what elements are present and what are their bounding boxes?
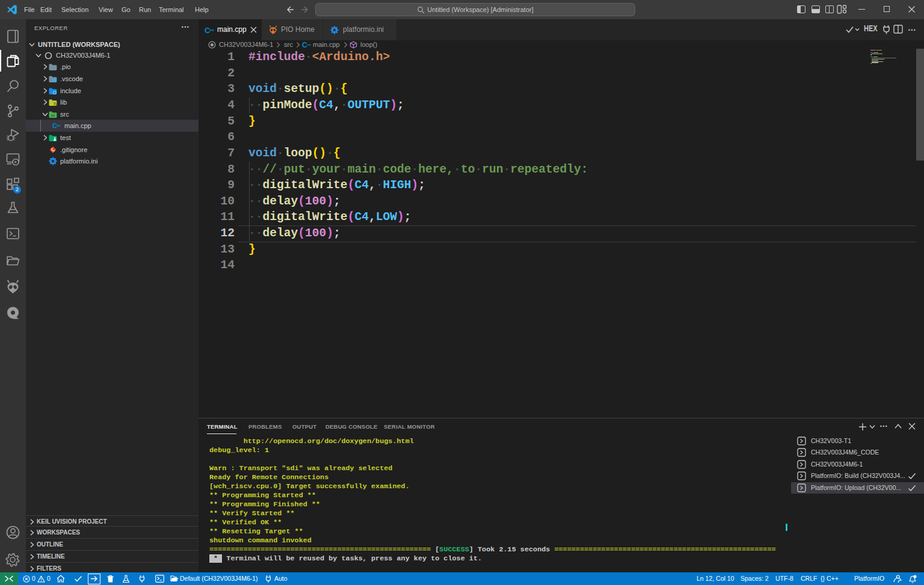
svg-text:C: C xyxy=(52,122,57,129)
svg-text:C: C xyxy=(302,41,307,49)
svg-text:C: C xyxy=(205,26,211,34)
